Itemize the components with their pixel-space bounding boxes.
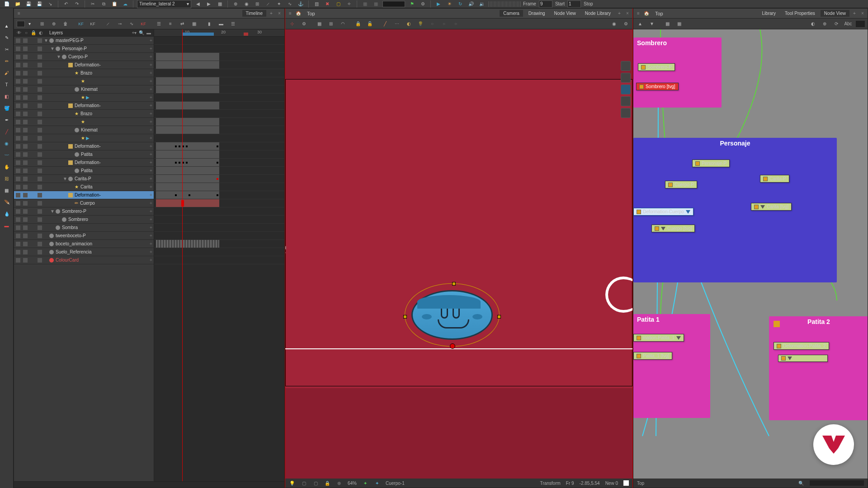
tab-drawing[interactable]: Drawing <box>525 10 549 17</box>
tab-library[interactable]: Library <box>759 10 780 17</box>
track-row[interactable] <box>154 256 284 264</box>
view1-icon[interactable]: ▮ <box>205 20 213 28</box>
align-icon[interactable]: ▥ <box>312 0 321 8</box>
flag-icon[interactable]: ⚑ <box>408 0 416 8</box>
menu-icon[interactable]: ≡ <box>635 10 642 17</box>
layer-row[interactable]: ★+ <box>14 77 154 85</box>
dashed-icon[interactable]: ⋯ <box>393 20 401 28</box>
sheet-icon[interactable]: ▦ <box>190 20 198 28</box>
collapse-right-icon[interactable]: ▶◀ <box>867 245 868 255</box>
track-row[interactable] <box>154 85 284 94</box>
track-row[interactable] <box>154 150 284 159</box>
layer-row[interactable]: Deformation-+ <box>14 102 154 110</box>
track-row[interactable] <box>154 118 284 126</box>
snap2-icon[interactable]: ◉ <box>242 0 250 8</box>
delete-layer-icon[interactable]: 🗑 <box>61 20 70 28</box>
view-opt4-icon[interactable] <box>621 96 631 106</box>
layer-row[interactable]: Deformation-+ <box>14 61 154 69</box>
line-tool-icon[interactable]: ╱ <box>3 127 11 136</box>
tab-nodelib[interactable]: Node Library <box>581 10 614 17</box>
scene-dropdown[interactable]: Timeline_lateral 2▾ <box>137 0 191 8</box>
layer-row[interactable]: ColourCard+ <box>14 256 154 264</box>
scene-list-icon[interactable]: ▦ <box>216 0 224 8</box>
bulb-icon[interactable]: 💡 <box>289 480 295 486</box>
blur2-icon[interactable]: ○ <box>440 20 448 28</box>
layer-row[interactable]: ★Carita+ <box>14 183 154 191</box>
track-row[interactable] <box>154 134 284 142</box>
paint-tool-icon[interactable]: 🪣 <box>3 104 11 112</box>
blur3-icon[interactable]: ○ <box>452 20 460 28</box>
timeline-ruler[interactable]: 10 20 30 <box>154 29 284 37</box>
node-cuerpo-p[interactable]: Cuerpo-P <box>665 181 697 188</box>
track-row[interactable] <box>154 102 284 110</box>
undo-icon[interactable]: ↶ <box>62 0 70 8</box>
grid-a-icon[interactable]: ▦ <box>361 0 369 8</box>
grid-b-icon[interactable]: ▦ <box>372 0 380 8</box>
color-swatch[interactable] <box>382 1 405 7</box>
node-patita1-tvg[interactable]: Patita_1 [tvg] <box>633 352 672 360</box>
fx-icon[interactable]: ✦ <box>275 0 283 8</box>
hand-tool-icon[interactable]: ✋ <box>3 163 11 171</box>
search-icon[interactable]: 🔍 <box>138 30 145 36</box>
onion-icon[interactable]: ◐ <box>405 20 413 28</box>
node-personaje-p[interactable]: Personaje-P <box>692 160 730 167</box>
track-row[interactable] <box>154 175 284 183</box>
paste-icon[interactable]: 📋 <box>110 0 118 8</box>
layer-row[interactable]: Patita+ <box>14 150 154 159</box>
stamp-tool-icon[interactable]: ▬ <box>3 221 11 230</box>
track-row[interactable] <box>154 61 284 69</box>
nv5-icon[interactable]: ⟳ <box>832 20 840 28</box>
unlock-icon[interactable]: 🔓 <box>366 20 374 28</box>
kf-add-icon[interactable]: KF <box>77 20 85 28</box>
text-tool-icon[interactable]: T <box>3 80 11 89</box>
rig-tool-icon[interactable]: ⛓ <box>3 174 11 183</box>
track-row[interactable] <box>154 37 284 45</box>
track-row[interactable] <box>154 199 284 207</box>
cloud-icon[interactable]: ☁ <box>121 0 129 8</box>
menu-icon[interactable]: ≡ <box>287 10 293 17</box>
lock-icon[interactable]: 🔒 <box>30 30 37 36</box>
order-dn-icon[interactable]: ▼ <box>648 20 656 28</box>
kf-del-icon[interactable]: KF <box>89 20 97 28</box>
render-mode-icon[interactable]: ◉ <box>610 20 618 28</box>
snap-icon[interactable]: ⊕ <box>231 0 240 8</box>
grid-tool-icon[interactable]: ▦ <box>3 186 11 194</box>
eye-icon[interactable]: 👁 <box>16 30 22 36</box>
loop-icon[interactable]: ↻ <box>456 0 464 8</box>
order-up-icon[interactable]: ▲ <box>636 20 644 28</box>
layer-row[interactable]: ★▶+ <box>14 94 154 102</box>
view2-icon[interactable]: ▬ <box>217 20 225 28</box>
cutter-tool-icon[interactable]: ✂ <box>3 45 11 53</box>
home-icon[interactable]: 🏠 <box>295 10 302 17</box>
copy-icon[interactable]: ⧉ <box>99 0 108 8</box>
delete-icon[interactable]: ✖ <box>323 0 331 8</box>
view-opt3-icon[interactable] <box>621 84 631 94</box>
node-carita-tvg[interactable]: Carita [tvg] <box>751 203 792 211</box>
track-row[interactable] <box>154 45 284 53</box>
layer-row[interactable]: boceto_animacion+ <box>14 240 154 248</box>
playhead[interactable] <box>182 29 183 481</box>
line-icon[interactable]: ╱ <box>381 20 389 28</box>
layer-row[interactable]: Kinemat+ <box>14 126 154 134</box>
node-sombrero-p[interactable]: Sombrero-P <box>638 63 675 71</box>
morph-tool-icon[interactable]: ◉ <box>3 139 11 147</box>
onion-icon[interactable]: ☰ <box>155 20 163 28</box>
pencil-tool-icon[interactable]: ✏ <box>3 57 11 65</box>
bounds-icon[interactable]: ▢ <box>334 0 342 8</box>
breadcrumb-top[interactable]: Top <box>303 10 319 17</box>
layer-row[interactable]: Deformation-+ <box>14 159 154 167</box>
save-icon[interactable]: 💾 <box>24 0 33 8</box>
cut-icon[interactable]: ✂ <box>89 0 97 8</box>
layer-row[interactable]: ▼Cuerpo-P+ <box>14 53 154 61</box>
track-row[interactable] <box>154 240 284 248</box>
tab-nodeview[interactable]: Node View <box>821 10 849 17</box>
scene-next-icon[interactable]: ▶ <box>205 0 213 8</box>
snap3-icon[interactable]: ⊞ <box>253 0 261 8</box>
new-icon[interactable]: 📄 <box>3 0 11 8</box>
field-icon[interactable]: ⊞ <box>327 20 335 28</box>
node-sombrero-tvg[interactable]: Sombrero [tvg] <box>636 83 679 90</box>
node-graph[interactable]: Sombrero Sombrero-P Sombrero [tvg] Perso… <box>633 29 868 479</box>
node-patita2-hidden[interactable] <box>778 355 828 362</box>
layer-row[interactable]: Deformation-+ <box>14 142 154 150</box>
view-opt2-icon[interactable] <box>621 73 631 83</box>
